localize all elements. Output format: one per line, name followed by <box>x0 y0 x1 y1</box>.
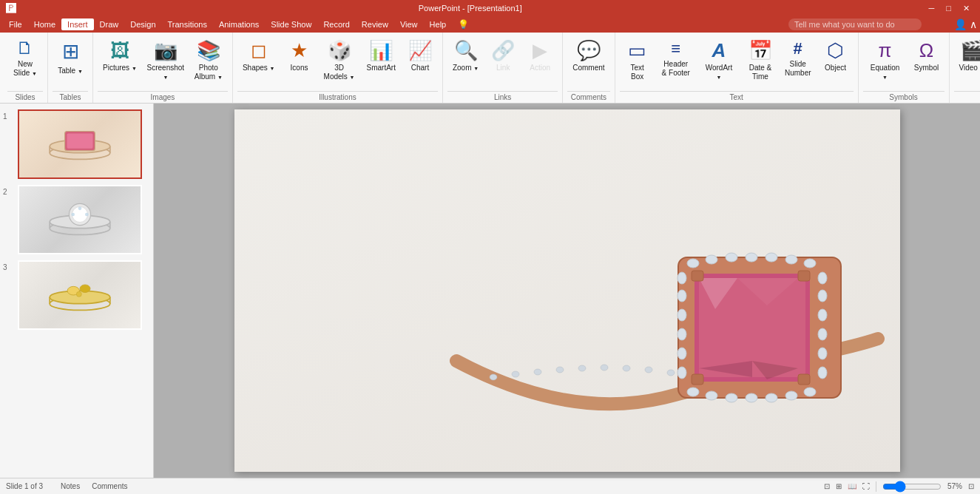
menu-help[interactable]: Help <box>424 18 453 30</box>
svg-point-25 <box>556 367 564 373</box>
table-button[interactable]: ⊞ Table ▼ <box>53 35 88 79</box>
slide-thumbnail-1[interactable]: 1 <box>3 109 150 179</box>
action-label: Action <box>530 64 550 72</box>
svg-point-45 <box>746 393 757 402</box>
svg-point-26 <box>578 365 586 371</box>
slide-image-3[interactable] <box>18 260 142 330</box>
equation-icon: π <box>879 39 892 62</box>
date-time-button[interactable]: 📅 Date &Time <box>743 35 778 85</box>
links-group-label: Links <box>447 91 558 103</box>
ribbon-toggle-icon[interactable]: ∧ <box>970 18 977 30</box>
video-button[interactable]: 🎬 Video ▼ <box>954 35 980 76</box>
slide-thumbnail-3[interactable]: 3 <box>3 260 150 330</box>
slide-number-3: 3 <box>3 260 13 271</box>
slide-number-button[interactable]: # SlideNumber <box>780 35 817 81</box>
action-button[interactable]: ▶ Action <box>522 35 558 76</box>
text-box-button[interactable]: ▭ TextBox <box>620 35 655 85</box>
menu-slideshow[interactable]: Slide Show <box>265 18 317 30</box>
header-footer-icon: ≡ <box>671 39 680 58</box>
slide-thumbnail-2[interactable]: 2 <box>3 185 150 254</box>
symbol-button[interactable]: Ω Symbol <box>909 35 944 76</box>
chart-button[interactable]: 📈 Chart <box>402 35 438 76</box>
wordart-button[interactable]: A WordArt ▼ <box>697 35 741 85</box>
close-button[interactable]: ✕ <box>959 4 974 13</box>
menu-animations[interactable]: Animations <box>213 18 265 30</box>
svg-point-51 <box>677 309 686 321</box>
object-button[interactable]: ⬡ Object <box>818 35 854 76</box>
menu-home[interactable]: Home <box>28 18 61 30</box>
photo-album-button[interactable]: 📚 PhotoAlbum ▼ <box>189 35 228 85</box>
ribbon-buttons-links: 🔍 Zoom ▼ 🔗 Link ▶ Action <box>447 35 558 91</box>
ribbon: 🗋 NewSlide ▼ Slides ⊞ Table ▼ Tables 🖼 P… <box>0 33 980 104</box>
svg-point-12 <box>71 213 75 217</box>
3d-models-button[interactable]: 🎲 3DModels ▼ <box>319 35 360 85</box>
main-content: 1 2 <box>0 104 980 478</box>
svg-point-28 <box>623 365 630 371</box>
shapes-label: Shapes ▼ <box>243 64 275 72</box>
menu-design[interactable]: Design <box>124 18 161 30</box>
comment-label: Comment <box>572 64 604 72</box>
table-icon: ⊞ <box>62 39 79 64</box>
header-footer-button[interactable]: ≡ Header& Footer <box>657 35 695 81</box>
window-controls[interactable]: ─ □ ✕ <box>925 4 974 13</box>
ribbon-buttons-slides: 🗋 NewSlide ▼ <box>7 35 43 91</box>
date-time-icon: 📅 <box>748 39 772 62</box>
statusbar-divider <box>876 481 876 492</box>
tables-group-label: Tables <box>53 91 88 103</box>
svg-point-23 <box>512 371 519 377</box>
slide-image-2[interactable] <box>18 185 142 254</box>
svg-point-50 <box>677 290 686 302</box>
menu-file[interactable]: File <box>3 18 28 30</box>
slide-number-2: 2 <box>3 185 13 196</box>
search-input[interactable] <box>788 18 922 30</box>
menu-review[interactable]: Review <box>356 18 394 30</box>
fit-slide-icon[interactable]: ⊡ <box>968 482 974 490</box>
view-reading-icon[interactable]: 📖 <box>848 482 856 490</box>
user-icon[interactable]: 👤 <box>954 18 967 30</box>
icons-icon: ★ <box>291 39 308 62</box>
maximize-button[interactable]: □ <box>942 4 956 13</box>
ribbon-group-symbols: π Equation ▼ Ω Symbol Symbols <box>859 33 950 103</box>
zoom-icon: 🔍 <box>454 39 478 62</box>
link-button[interactable]: 🔗 Link <box>485 35 521 76</box>
menu-draw[interactable]: Draw <box>94 18 125 30</box>
photo-album-label: PhotoAlbum ▼ <box>195 64 223 81</box>
statusbar-right: ⊡ ⊞ 📖 ⛶ 57% ⊡ <box>824 481 974 493</box>
ribbon-group-slides: 🗋 NewSlide ▼ Slides <box>3 33 48 103</box>
screenshot-button[interactable]: 📷 Screenshot ▼ <box>143 35 188 85</box>
view-normal-icon[interactable]: ⊡ <box>824 482 830 490</box>
zoom-button[interactable]: 🔍 Zoom ▼ <box>447 35 484 76</box>
ribbon-group-text: ▭ TextBox ≡ Header& Footer A WordArt ▼ 📅… <box>615 33 859 103</box>
wordart-icon: A <box>712 39 726 62</box>
slide-image-1[interactable] <box>18 109 142 179</box>
menu-transitions[interactable]: Transitions <box>162 18 213 30</box>
notes-button[interactable]: Notes <box>61 482 80 490</box>
video-label: Video ▼ <box>959 64 980 72</box>
equation-button[interactable]: π Equation ▼ <box>863 35 908 85</box>
svg-point-56 <box>818 290 827 302</box>
svg-point-43 <box>706 391 717 400</box>
shapes-button[interactable]: ◻ Shapes ▼ <box>237 35 280 76</box>
smartart-button[interactable]: 📊 SmartArt <box>362 35 401 76</box>
zoom-slider[interactable] <box>882 481 942 493</box>
svg-point-60 <box>818 367 827 379</box>
svg-point-40 <box>785 255 797 264</box>
svg-point-48 <box>804 388 816 396</box>
menubar: File Home Insert Draw Design Transitions… <box>0 16 980 33</box>
smartart-icon: 📊 <box>369 39 393 62</box>
menu-view[interactable]: View <box>394 18 424 30</box>
slide-content[interactable] <box>234 109 900 472</box>
minimize-button[interactable]: ─ <box>925 4 939 13</box>
svg-point-57 <box>818 309 827 321</box>
comments-button[interactable]: Comments <box>92 482 127 490</box>
menu-record[interactable]: Record <box>317 18 355 30</box>
comment-button[interactable]: 💬 Comment <box>567 35 609 76</box>
icons-button[interactable]: ★ Icons <box>282 35 317 76</box>
new-slide-button[interactable]: 🗋 NewSlide ▼ <box>7 35 43 81</box>
view-slide-sorter-icon[interactable]: ⊞ <box>836 482 842 490</box>
pictures-button[interactable]: 🖼 Pictures ▼ <box>98 35 142 76</box>
svg-rect-68 <box>798 271 810 281</box>
user-controls: 👤 ∧ <box>954 18 977 30</box>
menu-insert[interactable]: Insert <box>61 18 94 30</box>
view-slideshow-icon[interactable]: ⛶ <box>862 482 870 490</box>
